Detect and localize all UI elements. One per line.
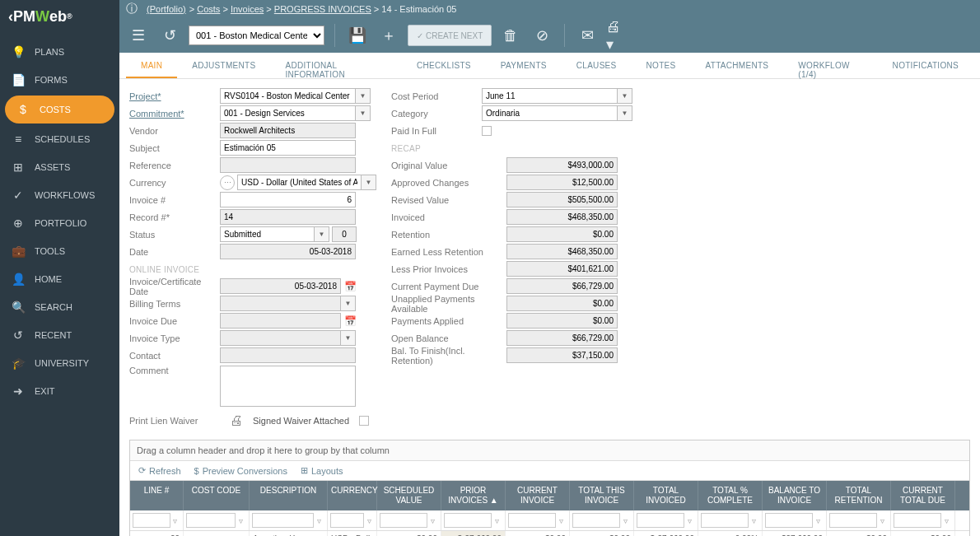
block-icon[interactable]: ⊘ (530, 23, 554, 48)
filter-icon[interactable]: ▿ (170, 513, 180, 528)
sidebar-item-university[interactable]: 🎓UNIVERSITY (0, 349, 119, 377)
paidfull-checkbox[interactable] (482, 126, 492, 136)
certdate-field[interactable] (220, 278, 341, 294)
filter-input[interactable] (572, 513, 620, 528)
tab-notes[interactable]: NOTES (632, 53, 691, 78)
col-header[interactable]: CURRENT TOTAL DUE (891, 481, 955, 510)
col-header[interactable]: BALANCE TO INVOICE (763, 481, 827, 510)
signed-checkbox[interactable] (359, 416, 369, 426)
currency-field[interactable] (237, 175, 362, 190)
invoiceno-field[interactable] (220, 192, 356, 207)
sidebar-item-forms[interactable]: 📄FORMS (0, 66, 119, 94)
filter-input[interactable] (380, 513, 427, 528)
filter-input[interactable] (637, 513, 684, 528)
history-icon[interactable]: ↺ (157, 23, 182, 48)
contact-field[interactable] (220, 347, 356, 363)
table-row[interactable]: 20AmortizaciónUSD - Dollar$0.00$-27,660.… (130, 531, 969, 536)
chevron-down-icon[interactable]: ▼ (341, 330, 356, 346)
tab-payments[interactable]: PAYMENTS (486, 53, 562, 78)
filter-icon[interactable]: ▿ (620, 513, 631, 528)
col-header[interactable]: CURRENCY (328, 481, 377, 510)
date-field[interactable] (220, 244, 356, 259)
preview-button[interactable]: $ Preview Conversions (194, 465, 287, 476)
filter-icon[interactable]: ▿ (492, 513, 502, 528)
subject-field[interactable] (220, 140, 356, 156)
sidebar-item-exit[interactable]: ➜EXIT (0, 377, 119, 405)
sidebar-item-search[interactable]: 🔍SEARCH (0, 293, 119, 321)
sidebar-item-portfolio[interactable]: ⊕PORTFOLIO (0, 209, 119, 237)
info-icon[interactable]: ⓘ (126, 2, 138, 16)
filter-icon[interactable]: ▿ (749, 513, 759, 528)
filter-icon[interactable]: ▿ (684, 513, 695, 528)
chevron-down-icon[interactable]: ▼ (362, 175, 376, 190)
col-header[interactable]: DESCRIPTION (250, 481, 328, 510)
chevron-down-icon[interactable]: ▼ (315, 226, 329, 242)
add-icon[interactable]: ＋ (376, 23, 401, 48)
filter-icon[interactable]: ▿ (813, 513, 824, 528)
filter-input[interactable] (444, 513, 492, 528)
costperiod-field[interactable] (482, 88, 618, 104)
print-icon[interactable]: 🖨 ▾ (606, 23, 631, 48)
filter-input[interactable] (330, 513, 364, 528)
save-icon[interactable]: 💾 (345, 23, 370, 48)
billing-field[interactable] (220, 296, 341, 311)
filter-icon[interactable]: ▿ (877, 513, 888, 528)
col-header[interactable]: PRIOR INVOICES ▲ (441, 481, 506, 510)
filter-input[interactable] (829, 513, 877, 528)
tab-additional-information[interactable]: ADDITIONAL INFORMATION (270, 53, 402, 78)
filter-input[interactable] (508, 513, 556, 528)
tab-clauses[interactable]: CLAUSES (562, 53, 632, 78)
chevron-down-icon[interactable]: ▼ (356, 105, 371, 121)
mail-icon[interactable]: ✉ (575, 23, 600, 48)
col-header[interactable]: LINE # (130, 481, 184, 510)
reference-field[interactable] (220, 157, 356, 173)
project-selector[interactable]: 001 - Boston Medical Center - Rockv (189, 26, 324, 45)
filter-icon[interactable]: ▿ (314, 513, 324, 528)
project-field[interactable] (220, 88, 356, 104)
filter-input[interactable] (701, 513, 749, 528)
filter-input[interactable] (894, 513, 941, 528)
col-header[interactable]: TOTAL INVOICED (634, 481, 698, 510)
tab-workflow-1-4-[interactable]: WORKFLOW (1/4) (783, 53, 877, 78)
invtype-field[interactable] (220, 330, 341, 346)
col-header[interactable]: TOTAL RETENTION (827, 481, 891, 510)
tab-checklists[interactable]: CHECKLISTS (402, 53, 486, 78)
layouts-button[interactable]: ⊞ Layouts (301, 465, 343, 476)
col-header[interactable]: COST CODE (184, 481, 250, 510)
delete-icon[interactable]: 🗑 (498, 23, 523, 48)
sidebar-item-costs[interactable]: $COSTS (5, 96, 114, 124)
bc-link[interactable]: PROGRESS INVOICES (274, 4, 371, 14)
chevron-down-icon[interactable]: ▼ (356, 88, 371, 104)
currency-more-icon[interactable]: ⋯ (220, 175, 235, 190)
col-header[interactable]: TOTAL % COMPLETE (698, 481, 763, 510)
project-label[interactable]: Project* (129, 91, 220, 101)
chevron-down-icon[interactable]: ▼ (341, 296, 356, 311)
filter-icon[interactable]: ▿ (941, 513, 952, 528)
filter-input[interactable] (186, 513, 236, 528)
filter-input[interactable] (765, 513, 813, 528)
comment-field[interactable] (220, 366, 356, 407)
invdue-field[interactable] (220, 313, 341, 329)
tab-notifications[interactable]: NOTIFICATIONS (878, 53, 973, 78)
sidebar-item-recent[interactable]: ↺RECENT (0, 321, 119, 349)
filter-input[interactable] (252, 513, 314, 528)
col-header[interactable]: TOTAL THIS INVOICE (570, 481, 634, 510)
commitment-label[interactable]: Commitment* (129, 109, 220, 119)
filter-icon[interactable]: ▿ (236, 513, 246, 528)
grid-group-hint[interactable]: Drag a column header and drop it here to… (130, 440, 969, 461)
category-field[interactable] (482, 105, 618, 121)
sidebar-item-plans[interactable]: 💡PLANS (0, 38, 119, 66)
chevron-down-icon[interactable]: ▼ (618, 105, 632, 121)
status-field[interactable] (220, 226, 315, 242)
sidebar-item-home[interactable]: 👤HOME (0, 265, 119, 293)
filter-icon[interactable]: ▿ (364, 513, 374, 528)
sidebar-item-assets[interactable]: ⊞ASSETS (0, 153, 119, 181)
commitment-field[interactable] (220, 105, 356, 121)
sidebar-item-schedules[interactable]: ≡SCHEDULES (0, 125, 119, 153)
col-header[interactable]: SCHEDULED VALUE (377, 481, 441, 510)
calendar-icon[interactable]: 📅 (343, 278, 357, 294)
list-icon[interactable]: ☰ (126, 23, 151, 48)
tab-main[interactable]: MAIN (126, 53, 177, 78)
chevron-down-icon[interactable]: ▼ (618, 88, 632, 104)
print-icon[interactable]: 🖨 (230, 413, 243, 428)
